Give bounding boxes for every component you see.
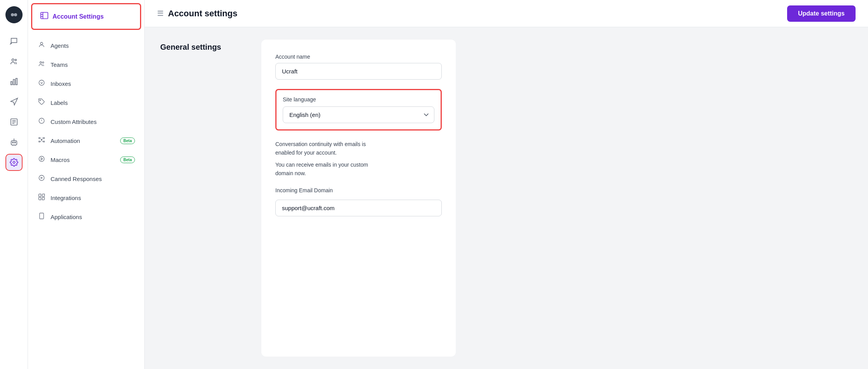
custom-attributes-icon bbox=[37, 117, 46, 126]
macros-label: Macros bbox=[51, 157, 116, 163]
integrations-icon bbox=[37, 193, 46, 202]
svg-point-23 bbox=[44, 141, 45, 142]
campaigns-nav-icon[interactable] bbox=[5, 93, 23, 110]
svg-point-1 bbox=[14, 13, 17, 16]
app-logo bbox=[5, 6, 23, 23]
svg-point-21 bbox=[44, 138, 45, 139]
sidebar-item-applications[interactable]: Applications bbox=[28, 207, 144, 226]
account-settings-label: Account Settings bbox=[52, 13, 104, 20]
svg-point-16 bbox=[39, 80, 44, 85]
section-label-area: General settings bbox=[160, 40, 238, 357]
teams-label: Teams bbox=[51, 61, 135, 68]
info-text-group: Conversation continuity with emails is e… bbox=[275, 140, 442, 178]
svg-point-10 bbox=[14, 142, 16, 143]
reports-nav-icon[interactable] bbox=[5, 73, 23, 90]
main-panel: ☰ Account settings Update settings Gener… bbox=[145, 0, 868, 369]
sidebar-item-agents[interactable]: Agents bbox=[28, 36, 144, 55]
svg-rect-6 bbox=[16, 78, 17, 85]
automation-badge: Beta bbox=[120, 138, 135, 144]
account-name-label: Account name bbox=[275, 54, 442, 60]
svg-point-11 bbox=[13, 161, 15, 164]
conversations-nav-icon[interactable] bbox=[5, 33, 23, 50]
account-settings-header[interactable]: Account Settings bbox=[31, 3, 141, 30]
integrations-label: Integrations bbox=[51, 195, 135, 201]
svg-point-9 bbox=[12, 142, 13, 143]
sidebar: Account Settings Agents Teams bbox=[28, 0, 145, 369]
sidebar-item-canned-responses[interactable]: Canned Responses bbox=[28, 169, 144, 188]
svg-rect-12 bbox=[41, 12, 48, 19]
site-language-select[interactable]: English (en) French (fr) German (de) Spa… bbox=[283, 106, 434, 123]
applications-label: Applications bbox=[51, 214, 135, 220]
incoming-email-label: Incoming Email Domain bbox=[275, 187, 442, 193]
sidebar-nav: Agents Teams Inboxes bbox=[28, 33, 144, 369]
section-title: General settings bbox=[160, 43, 238, 52]
page-title-container: ☰ Account settings bbox=[157, 9, 237, 19]
top-header: ☰ Account settings Update settings bbox=[145, 0, 868, 27]
custom-attributes-label: Custom Attributes bbox=[51, 118, 135, 125]
inboxes-label: Inboxes bbox=[51, 80, 135, 87]
incoming-email-input[interactable] bbox=[275, 200, 442, 216]
contacts-nav-icon[interactable] bbox=[5, 53, 23, 70]
automation-label: Automation bbox=[51, 138, 116, 144]
macros-badge: Beta bbox=[120, 157, 135, 163]
svg-rect-5 bbox=[13, 80, 15, 85]
sidebar-item-inboxes[interactable]: Inboxes bbox=[28, 74, 144, 93]
svg-point-13 bbox=[40, 42, 43, 45]
account-name-input[interactable] bbox=[275, 63, 442, 80]
svg-point-22 bbox=[39, 141, 40, 142]
sidebar-item-custom-attributes[interactable]: Custom Attributes bbox=[28, 112, 144, 131]
svg-point-20 bbox=[39, 138, 40, 139]
svg-point-2 bbox=[12, 59, 14, 61]
macros-icon bbox=[37, 155, 46, 164]
menu-icon: ☰ bbox=[157, 9, 163, 18]
account-settings-icon bbox=[40, 11, 49, 22]
labels-icon bbox=[37, 98, 46, 107]
update-settings-button[interactable]: Update settings bbox=[787, 5, 856, 22]
sidebar-item-macros[interactable]: Macros Beta bbox=[28, 150, 144, 169]
sidebar-item-labels[interactable]: Labels bbox=[28, 93, 144, 112]
svg-point-3 bbox=[15, 59, 16, 61]
svg-point-24 bbox=[39, 156, 44, 162]
canned-responses-icon bbox=[37, 174, 46, 183]
icon-rail bbox=[0, 0, 28, 369]
labels-label: Labels bbox=[51, 99, 135, 106]
svg-rect-4 bbox=[10, 82, 12, 85]
canned-responses-label: Canned Responses bbox=[51, 176, 135, 182]
settings-nav-icon[interactable] bbox=[5, 154, 23, 171]
svg-point-0 bbox=[11, 13, 14, 16]
svg-point-15 bbox=[42, 62, 44, 63]
info-text-2: You can receive emails in your custom do… bbox=[275, 160, 442, 178]
content-area: General settings Account name Site langu… bbox=[145, 27, 868, 369]
applications-icon bbox=[37, 212, 46, 221]
settings-form: Account name Site language English (en) … bbox=[261, 40, 456, 357]
incoming-email-group: Incoming Email Domain bbox=[275, 187, 442, 216]
svg-point-14 bbox=[40, 62, 42, 64]
account-name-group: Account name bbox=[275, 54, 442, 80]
sidebar-item-teams[interactable]: Teams bbox=[28, 55, 144, 74]
svg-point-17 bbox=[40, 100, 40, 101]
teams-icon bbox=[37, 60, 46, 69]
bot-nav-icon[interactable] bbox=[5, 134, 23, 151]
agents-icon bbox=[37, 41, 46, 50]
inboxes-icon bbox=[37, 79, 46, 88]
agents-label: Agents bbox=[51, 42, 135, 49]
page-title: Account settings bbox=[168, 9, 237, 19]
site-language-group: Site language English (en) French (fr) G… bbox=[275, 89, 442, 131]
site-language-label: Site language bbox=[283, 96, 434, 103]
sidebar-item-automation[interactable]: Automation Beta bbox=[28, 131, 144, 150]
info-text-1: Conversation continuity with emails is e… bbox=[275, 140, 442, 157]
tasks-nav-icon[interactable] bbox=[5, 113, 23, 131]
svg-rect-8 bbox=[11, 141, 17, 145]
sidebar-item-integrations[interactable]: Integrations bbox=[28, 188, 144, 207]
automation-icon bbox=[37, 136, 46, 145]
svg-rect-26 bbox=[40, 213, 44, 219]
